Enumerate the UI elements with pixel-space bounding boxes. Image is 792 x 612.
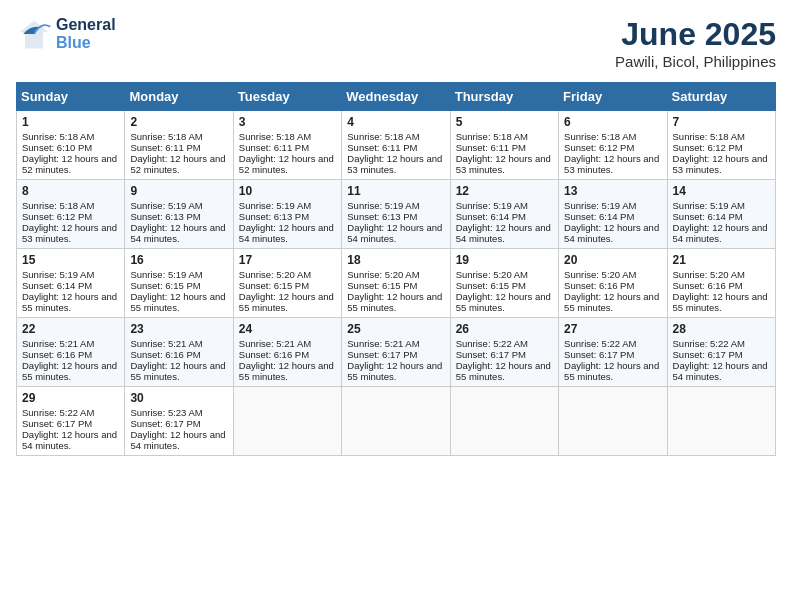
sunrise: Sunrise: 5:22 AM [564, 338, 636, 349]
day-number: 17 [239, 253, 336, 267]
day-number: 21 [673, 253, 770, 267]
day-number: 5 [456, 115, 553, 129]
daylight: Daylight: 12 hours and 55 minutes. [22, 291, 117, 313]
calendar-cell: 2Sunrise: 5:18 AMSunset: 6:11 PMDaylight… [125, 111, 233, 180]
col-header-thursday: Thursday [450, 83, 558, 111]
sunrise: Sunrise: 5:21 AM [22, 338, 94, 349]
month-title: June 2025 [615, 16, 776, 53]
sunset: Sunset: 6:12 PM [564, 142, 634, 153]
sunrise: Sunrise: 5:22 AM [673, 338, 745, 349]
sunset: Sunset: 6:15 PM [239, 280, 309, 291]
daylight: Daylight: 12 hours and 55 minutes. [130, 291, 225, 313]
daylight: Daylight: 12 hours and 55 minutes. [456, 360, 551, 382]
calendar-cell: 19Sunrise: 5:20 AMSunset: 6:15 PMDayligh… [450, 249, 558, 318]
week-row-2: 8Sunrise: 5:18 AMSunset: 6:12 PMDaylight… [17, 180, 776, 249]
sunset: Sunset: 6:14 PM [22, 280, 92, 291]
calendar-cell: 25Sunrise: 5:21 AMSunset: 6:17 PMDayligh… [342, 318, 450, 387]
daylight: Daylight: 12 hours and 54 minutes. [456, 222, 551, 244]
daylight: Daylight: 12 hours and 55 minutes. [347, 291, 442, 313]
calendar-cell: 11Sunrise: 5:19 AMSunset: 6:13 PMDayligh… [342, 180, 450, 249]
logo-blue: Blue [56, 34, 116, 52]
sunrise: Sunrise: 5:19 AM [347, 200, 419, 211]
daylight: Daylight: 12 hours and 55 minutes. [130, 360, 225, 382]
sunrise: Sunrise: 5:21 AM [130, 338, 202, 349]
daylight: Daylight: 12 hours and 54 minutes. [564, 222, 659, 244]
week-row-3: 15Sunrise: 5:19 AMSunset: 6:14 PMDayligh… [17, 249, 776, 318]
calendar-cell: 24Sunrise: 5:21 AMSunset: 6:16 PMDayligh… [233, 318, 341, 387]
sunset: Sunset: 6:10 PM [22, 142, 92, 153]
daylight: Daylight: 12 hours and 53 minutes. [564, 153, 659, 175]
calendar-table: SundayMondayTuesdayWednesdayThursdayFrid… [16, 82, 776, 456]
calendar-cell: 14Sunrise: 5:19 AMSunset: 6:14 PMDayligh… [667, 180, 775, 249]
sunset: Sunset: 6:11 PM [130, 142, 200, 153]
calendar-cell: 29Sunrise: 5:22 AMSunset: 6:17 PMDayligh… [17, 387, 125, 456]
col-header-tuesday: Tuesday [233, 83, 341, 111]
sunrise: Sunrise: 5:19 AM [564, 200, 636, 211]
day-number: 4 [347, 115, 444, 129]
sunset: Sunset: 6:16 PM [239, 349, 309, 360]
calendar-cell [342, 387, 450, 456]
column-headers: SundayMondayTuesdayWednesdayThursdayFrid… [17, 83, 776, 111]
calendar-cell: 4Sunrise: 5:18 AMSunset: 6:11 PMDaylight… [342, 111, 450, 180]
day-number: 20 [564, 253, 661, 267]
col-header-sunday: Sunday [17, 83, 125, 111]
sunset: Sunset: 6:17 PM [130, 418, 200, 429]
calendar-cell: 23Sunrise: 5:21 AMSunset: 6:16 PMDayligh… [125, 318, 233, 387]
day-number: 14 [673, 184, 770, 198]
sunset: Sunset: 6:15 PM [456, 280, 526, 291]
week-row-4: 22Sunrise: 5:21 AMSunset: 6:16 PMDayligh… [17, 318, 776, 387]
day-number: 24 [239, 322, 336, 336]
daylight: Daylight: 12 hours and 54 minutes. [347, 222, 442, 244]
daylight: Daylight: 12 hours and 53 minutes. [456, 153, 551, 175]
daylight: Daylight: 12 hours and 54 minutes. [22, 429, 117, 451]
day-number: 15 [22, 253, 119, 267]
sunset: Sunset: 6:16 PM [673, 280, 743, 291]
sunset: Sunset: 6:12 PM [673, 142, 743, 153]
daylight: Daylight: 12 hours and 54 minutes. [673, 222, 768, 244]
daylight: Daylight: 12 hours and 52 minutes. [22, 153, 117, 175]
day-number: 12 [456, 184, 553, 198]
page-header: General Blue June 2025 Pawili, Bicol, Ph… [16, 16, 776, 70]
calendar-cell: 16Sunrise: 5:19 AMSunset: 6:15 PMDayligh… [125, 249, 233, 318]
calendar-cell: 26Sunrise: 5:22 AMSunset: 6:17 PMDayligh… [450, 318, 558, 387]
sunrise: Sunrise: 5:19 AM [130, 269, 202, 280]
daylight: Daylight: 12 hours and 53 minutes. [22, 222, 117, 244]
daylight: Daylight: 12 hours and 55 minutes. [564, 360, 659, 382]
sunrise: Sunrise: 5:20 AM [456, 269, 528, 280]
daylight: Daylight: 12 hours and 55 minutes. [456, 291, 551, 313]
sunset: Sunset: 6:13 PM [130, 211, 200, 222]
day-number: 29 [22, 391, 119, 405]
col-header-friday: Friday [559, 83, 667, 111]
day-number: 8 [22, 184, 119, 198]
calendar-cell: 9Sunrise: 5:19 AMSunset: 6:13 PMDaylight… [125, 180, 233, 249]
daylight: Daylight: 12 hours and 52 minutes. [239, 153, 334, 175]
logo-general: General [56, 16, 116, 34]
daylight: Daylight: 12 hours and 55 minutes. [347, 360, 442, 382]
sunrise: Sunrise: 5:23 AM [130, 407, 202, 418]
day-number: 26 [456, 322, 553, 336]
daylight: Daylight: 12 hours and 53 minutes. [347, 153, 442, 175]
daylight: Daylight: 12 hours and 52 minutes. [130, 153, 225, 175]
calendar-cell: 18Sunrise: 5:20 AMSunset: 6:15 PMDayligh… [342, 249, 450, 318]
sunrise: Sunrise: 5:22 AM [22, 407, 94, 418]
sunrise: Sunrise: 5:19 AM [22, 269, 94, 280]
daylight: Daylight: 12 hours and 55 minutes. [239, 291, 334, 313]
day-number: 16 [130, 253, 227, 267]
sunrise: Sunrise: 5:18 AM [456, 131, 528, 142]
sunrise: Sunrise: 5:18 AM [130, 131, 202, 142]
day-number: 6 [564, 115, 661, 129]
day-number: 23 [130, 322, 227, 336]
sunset: Sunset: 6:14 PM [673, 211, 743, 222]
calendar-cell: 8Sunrise: 5:18 AMSunset: 6:12 PMDaylight… [17, 180, 125, 249]
daylight: Daylight: 12 hours and 54 minutes. [239, 222, 334, 244]
calendar-cell: 3Sunrise: 5:18 AMSunset: 6:11 PMDaylight… [233, 111, 341, 180]
sunrise: Sunrise: 5:18 AM [239, 131, 311, 142]
col-header-wednesday: Wednesday [342, 83, 450, 111]
sunrise: Sunrise: 5:19 AM [456, 200, 528, 211]
sunrise: Sunrise: 5:20 AM [347, 269, 419, 280]
day-number: 2 [130, 115, 227, 129]
sunrise: Sunrise: 5:20 AM [239, 269, 311, 280]
day-number: 27 [564, 322, 661, 336]
calendar-cell: 27Sunrise: 5:22 AMSunset: 6:17 PMDayligh… [559, 318, 667, 387]
sunset: Sunset: 6:11 PM [347, 142, 417, 153]
